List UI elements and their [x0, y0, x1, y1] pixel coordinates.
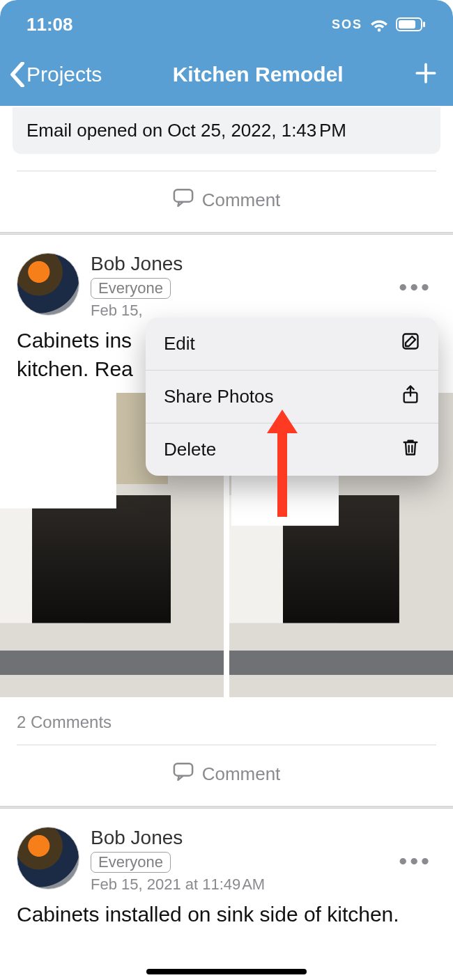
- menu-item-label: Edit: [164, 333, 195, 355]
- wifi-icon: [369, 17, 389, 32]
- more-button[interactable]: •••: [399, 274, 432, 301]
- comment-button[interactable]: Comment: [0, 171, 453, 232]
- menu-item-label: Delete: [164, 439, 216, 460]
- more-button[interactable]: •••: [399, 848, 432, 875]
- comment-icon: [173, 762, 194, 786]
- post-author: Bob Jones: [91, 253, 183, 275]
- svg-rect-1: [399, 20, 415, 29]
- back-label: Projects: [26, 63, 102, 86]
- page-title: Kitchen Remodel: [173, 63, 344, 86]
- comments-count[interactable]: 2 Comments: [17, 697, 436, 732]
- post-timestamp: Feb 15, 2021 at 11:49 AM: [91, 876, 265, 894]
- post-header: Bob Jones Everyone Feb 15, 2021 at 11:49…: [17, 827, 436, 894]
- email-opened-text: Email opened on Oct 25, 2022, 1:43 PM: [26, 120, 346, 141]
- trash-icon: [401, 437, 420, 462]
- svg-rect-4: [174, 763, 192, 776]
- avatar[interactable]: [17, 253, 79, 316]
- share-icon: [401, 384, 420, 409]
- email-opened-card: Email opened on Oct 25, 2022, 1:43 PM: [13, 107, 440, 154]
- back-button[interactable]: Projects: [10, 62, 102, 87]
- edit-icon: [401, 332, 420, 356]
- post: Bob Jones Everyone Feb 15, 2021 at 11:49…: [0, 809, 453, 939]
- comment-label: Comment: [202, 763, 281, 785]
- post-body: Cabinets installed on sink side of kitch…: [17, 894, 436, 939]
- visibility-badge: Everyone: [91, 278, 171, 299]
- add-button[interactable]: [414, 59, 438, 90]
- battery-icon: [396, 17, 427, 32]
- svg-rect-3: [174, 189, 192, 202]
- avatar[interactable]: [17, 827, 79, 889]
- menu-item-edit[interactable]: Edit: [146, 318, 438, 371]
- post-header: Bob Jones Everyone Feb 15, •••: [17, 253, 436, 320]
- comment-icon: [173, 188, 194, 212]
- visibility-badge: Everyone: [91, 852, 171, 873]
- home-indicator: [146, 969, 307, 974]
- nav-bar: Projects Kitchen Remodel: [0, 49, 453, 106]
- comment-label: Comment: [202, 189, 281, 211]
- svg-rect-2: [423, 22, 425, 27]
- post-author: Bob Jones: [91, 827, 265, 849]
- menu-item-label: Share Photos: [164, 386, 274, 407]
- sos-indicator: SOS: [332, 17, 362, 32]
- post-meta: Bob Jones Everyone Feb 15, 2021 at 11:49…: [91, 827, 265, 894]
- status-bar: 11:08 SOS: [0, 0, 453, 49]
- post-meta: Bob Jones Everyone Feb 15,: [91, 253, 183, 320]
- status-right: SOS: [332, 17, 427, 32]
- annotation-arrow-icon: [261, 405, 303, 517]
- comment-button[interactable]: Comment: [17, 745, 436, 806]
- status-time: 11:08: [26, 14, 73, 36]
